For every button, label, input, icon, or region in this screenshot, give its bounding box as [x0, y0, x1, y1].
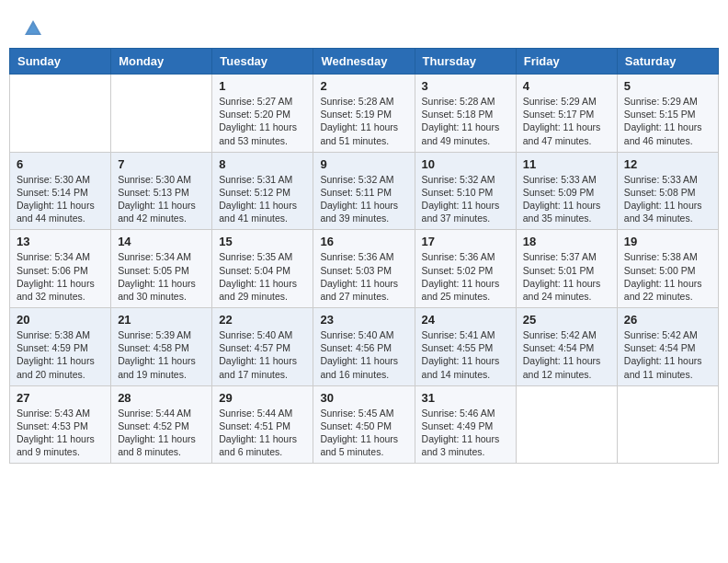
day-number: 11 [523, 157, 610, 171]
calendar-cell: 25Sunrise: 5:42 AMSunset: 4:54 PMDayligh… [516, 308, 617, 386]
cell-info: Sunrise: 5:34 AMSunset: 5:06 PMDaylight:… [17, 250, 104, 303]
cell-info: Sunrise: 5:28 AMSunset: 5:18 PMDaylight:… [422, 95, 509, 147]
calendar-cell: 13Sunrise: 5:34 AMSunset: 5:06 PMDayligh… [10, 230, 111, 308]
week-row-2: 6Sunrise: 5:30 AMSunset: 5:14 PMDaylight… [10, 152, 719, 230]
day-number: 17 [422, 235, 509, 248]
logo-icon [23, 18, 43, 39]
cell-info: Sunrise: 5:38 AMSunset: 4:59 PMDaylight:… [17, 328, 104, 381]
weekday-header-tuesday: Tuesday [212, 49, 313, 75]
day-number: 4 [523, 79, 610, 93]
calendar-cell: 28Sunrise: 5:44 AMSunset: 4:52 PMDayligh… [111, 385, 212, 464]
cell-info: Sunrise: 5:30 AMSunset: 5:13 PMDaylight:… [118, 173, 205, 225]
cell-info: Sunrise: 5:44 AMSunset: 4:52 PMDaylight:… [118, 407, 205, 459]
day-number: 15 [219, 235, 306, 248]
day-number: 31 [422, 391, 509, 405]
cell-info: Sunrise: 5:40 AMSunset: 4:57 PMDaylight:… [219, 328, 306, 381]
calendar-cell: 17Sunrise: 5:36 AMSunset: 5:02 PMDayligh… [415, 230, 516, 308]
day-number: 29 [219, 391, 306, 405]
cell-info: Sunrise: 5:33 AMSunset: 5:09 PMDaylight:… [523, 173, 610, 225]
day-number: 24 [422, 313, 509, 327]
week-row-5: 27Sunrise: 5:43 AMSunset: 4:53 PMDayligh… [10, 385, 719, 464]
day-number: 10 [422, 157, 509, 171]
calendar-cell: 8Sunrise: 5:31 AMSunset: 5:12 PMDaylight… [212, 152, 313, 230]
day-number: 13 [17, 235, 104, 248]
day-number: 26 [624, 313, 711, 327]
calendar-cell: 21Sunrise: 5:39 AMSunset: 4:58 PMDayligh… [111, 308, 212, 386]
calendar-cell: 31Sunrise: 5:46 AMSunset: 4:49 PMDayligh… [415, 385, 516, 464]
weekday-header-friday: Friday [516, 49, 617, 75]
calendar-cell: 18Sunrise: 5:37 AMSunset: 5:01 PMDayligh… [516, 230, 617, 308]
calendar-cell: 11Sunrise: 5:33 AMSunset: 5:09 PMDayligh… [516, 152, 617, 230]
day-number: 14 [118, 235, 205, 248]
calendar-cell: 6Sunrise: 5:30 AMSunset: 5:14 PMDaylight… [10, 152, 111, 230]
calendar-cell: 5Sunrise: 5:29 AMSunset: 5:15 PMDaylight… [617, 75, 718, 153]
day-number: 18 [523, 235, 610, 248]
day-number: 7 [118, 157, 205, 171]
day-number: 2 [320, 79, 407, 93]
weekday-header-wednesday: Wednesday [313, 49, 415, 75]
day-number: 25 [523, 313, 610, 327]
calendar-cell [516, 385, 617, 464]
calendar-cell: 27Sunrise: 5:43 AMSunset: 4:53 PMDayligh… [10, 385, 111, 464]
day-number: 20 [17, 313, 104, 327]
day-number: 16 [320, 235, 407, 248]
day-number: 27 [17, 391, 104, 405]
day-number: 6 [17, 157, 104, 171]
cell-info: Sunrise: 5:43 AMSunset: 4:53 PMDaylight:… [17, 407, 104, 459]
cell-info: Sunrise: 5:36 AMSunset: 5:02 PMDaylight:… [422, 250, 509, 303]
cell-info: Sunrise: 5:35 AMSunset: 5:04 PMDaylight:… [219, 250, 306, 303]
cell-info: Sunrise: 5:44 AMSunset: 4:51 PMDaylight:… [219, 407, 306, 459]
cell-info: Sunrise: 5:28 AMSunset: 5:19 PMDaylight:… [320, 95, 407, 147]
day-number: 5 [624, 79, 711, 93]
cell-info: Sunrise: 5:46 AMSunset: 4:49 PMDaylight:… [422, 407, 509, 459]
calendar-cell: 30Sunrise: 5:45 AMSunset: 4:50 PMDayligh… [313, 385, 415, 464]
day-number: 1 [219, 79, 306, 93]
calendar-cell: 19Sunrise: 5:38 AMSunset: 5:00 PMDayligh… [617, 230, 718, 308]
week-row-3: 13Sunrise: 5:34 AMSunset: 5:06 PMDayligh… [10, 230, 719, 308]
calendar-cell [10, 75, 111, 153]
cell-info: Sunrise: 5:29 AMSunset: 5:15 PMDaylight:… [624, 95, 711, 147]
cell-info: Sunrise: 5:37 AMSunset: 5:01 PMDaylight:… [523, 250, 610, 303]
weekday-header-row: SundayMondayTuesdayWednesdayThursdayFrid… [10, 49, 719, 75]
calendar-cell: 20Sunrise: 5:38 AMSunset: 4:59 PMDayligh… [10, 308, 111, 386]
weekday-header-sunday: Sunday [10, 49, 111, 75]
cell-info: Sunrise: 5:39 AMSunset: 4:58 PMDaylight:… [118, 328, 205, 381]
cell-info: Sunrise: 5:42 AMSunset: 4:54 PMDaylight:… [523, 328, 610, 381]
week-row-1: 1Sunrise: 5:27 AMSunset: 5:20 PMDaylight… [10, 75, 719, 153]
cell-info: Sunrise: 5:36 AMSunset: 5:03 PMDaylight:… [320, 250, 407, 303]
day-number: 30 [320, 391, 407, 405]
calendar-table: SundayMondayTuesdayWednesdayThursdayFrid… [9, 48, 719, 464]
calendar-cell: 10Sunrise: 5:32 AMSunset: 5:10 PMDayligh… [415, 152, 516, 230]
calendar-cell: 3Sunrise: 5:28 AMSunset: 5:18 PMDaylight… [415, 75, 516, 153]
cell-info: Sunrise: 5:27 AMSunset: 5:20 PMDaylight:… [219, 95, 306, 147]
weekday-header-thursday: Thursday [415, 49, 516, 75]
day-number: 19 [624, 235, 711, 248]
calendar-cell: 26Sunrise: 5:42 AMSunset: 4:54 PMDayligh… [617, 308, 718, 386]
calendar-cell: 4Sunrise: 5:29 AMSunset: 5:17 PMDaylight… [516, 75, 617, 153]
calendar-cell: 24Sunrise: 5:41 AMSunset: 4:55 PMDayligh… [415, 308, 516, 386]
calendar-cell [617, 385, 718, 464]
calendar-cell: 9Sunrise: 5:32 AMSunset: 5:11 PMDaylight… [313, 152, 415, 230]
calendar-cell: 7Sunrise: 5:30 AMSunset: 5:13 PMDaylight… [111, 152, 212, 230]
cell-info: Sunrise: 5:42 AMSunset: 4:54 PMDaylight:… [624, 328, 711, 381]
calendar-cell: 14Sunrise: 5:34 AMSunset: 5:05 PMDayligh… [111, 230, 212, 308]
calendar-cell: 23Sunrise: 5:40 AMSunset: 4:56 PMDayligh… [313, 308, 415, 386]
calendar-cell: 12Sunrise: 5:33 AMSunset: 5:08 PMDayligh… [617, 152, 718, 230]
cell-info: Sunrise: 5:32 AMSunset: 5:10 PMDaylight:… [422, 173, 509, 225]
day-number: 12 [624, 157, 711, 171]
cell-info: Sunrise: 5:38 AMSunset: 5:00 PMDaylight:… [624, 250, 711, 303]
day-number: 3 [422, 79, 509, 93]
cell-info: Sunrise: 5:32 AMSunset: 5:11 PMDaylight:… [320, 173, 407, 225]
calendar-cell: 15Sunrise: 5:35 AMSunset: 5:04 PMDayligh… [212, 230, 313, 308]
day-number: 28 [118, 391, 205, 405]
day-number: 23 [320, 313, 407, 327]
day-number: 8 [219, 157, 306, 171]
logo [23, 18, 47, 39]
cell-info: Sunrise: 5:30 AMSunset: 5:14 PMDaylight:… [17, 173, 104, 225]
cell-info: Sunrise: 5:41 AMSunset: 4:55 PMDaylight:… [422, 328, 509, 381]
calendar-cell: 2Sunrise: 5:28 AMSunset: 5:19 PMDaylight… [313, 75, 415, 153]
cell-info: Sunrise: 5:34 AMSunset: 5:05 PMDaylight:… [118, 250, 205, 303]
calendar-cell: 1Sunrise: 5:27 AMSunset: 5:20 PMDaylight… [212, 75, 313, 153]
week-row-4: 20Sunrise: 5:38 AMSunset: 4:59 PMDayligh… [10, 308, 719, 386]
weekday-header-saturday: Saturday [617, 49, 718, 75]
